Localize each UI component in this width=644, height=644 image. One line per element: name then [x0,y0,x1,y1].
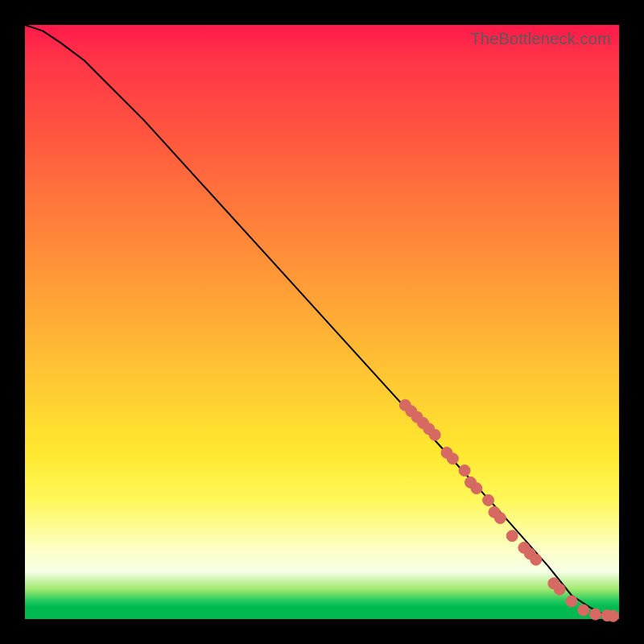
scatter-dot [608,610,619,621]
chart-frame: TheBottleneck.com [0,0,644,644]
curve-line [25,25,619,616]
scatter-group [399,399,618,621]
scatter-dot [483,494,494,506]
scatter-dot [566,596,577,607]
chart-svg [25,25,619,619]
scatter-dot [429,429,440,440]
scatter-dot [459,465,470,477]
scatter-dot [494,513,506,524]
scatter-dot [590,609,601,620]
scatter-dot [530,554,542,565]
scatter-dot [447,453,458,464]
plot-area: TheBottleneck.com [25,25,619,619]
scatter-dot [554,584,565,595]
scatter-dot [578,605,589,616]
scatter-dot [506,530,518,542]
scatter-dot [471,483,482,494]
